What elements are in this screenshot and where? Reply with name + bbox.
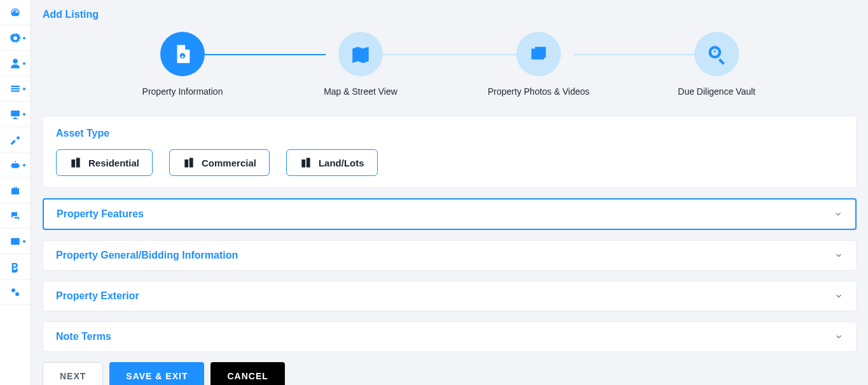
building-icon bbox=[69, 156, 82, 169]
accordion-title: Property General/Bidding Information bbox=[56, 250, 238, 261]
step-label: Property Information bbox=[142, 86, 223, 97]
sidebar-item-dashboard[interactable] bbox=[0, 0, 31, 25]
step-circle bbox=[160, 32, 205, 76]
gear-icon bbox=[10, 32, 21, 44]
sidebar-item-briefcase[interactable] bbox=[0, 178, 31, 203]
sidebar bbox=[0, 0, 31, 385]
robot-icon bbox=[10, 159, 21, 171]
map-icon bbox=[350, 43, 371, 65]
cancel-button[interactable]: CANCEL bbox=[210, 362, 284, 385]
accordion-title: Property Exterior bbox=[56, 290, 139, 302]
sidebar-item-blog[interactable] bbox=[0, 254, 31, 280]
sidebar-item-bot[interactable] bbox=[0, 152, 31, 178]
building-icon bbox=[300, 156, 312, 169]
search-gear-icon bbox=[706, 43, 727, 65]
step-due-diligence[interactable]: Due Diligence Vault bbox=[628, 32, 806, 97]
gauge-icon bbox=[10, 7, 21, 18]
accordion-property-features[interactable]: Property Features bbox=[43, 198, 857, 230]
asset-type-options: Residential Commercial Land/Lots bbox=[56, 149, 843, 176]
briefcase-icon bbox=[10, 185, 21, 196]
asset-type-commercial[interactable]: Commercial bbox=[169, 149, 270, 176]
footer-buttons: NEXT SAVE & EXIT CANCEL bbox=[43, 362, 857, 385]
asset-type-card: Asset Type Residential Commercial Land/L… bbox=[43, 116, 857, 188]
list-icon bbox=[10, 83, 21, 95]
step-photos-videos[interactable]: Property Photos & Videos bbox=[450, 32, 628, 97]
blog-icon bbox=[10, 261, 21, 273]
document-icon bbox=[172, 43, 193, 65]
asset-type-land-lots[interactable]: Land/Lots bbox=[286, 149, 378, 176]
asset-type-residential[interactable]: Residential bbox=[56, 149, 153, 176]
sidebar-item-settings[interactable] bbox=[0, 25, 31, 51]
hammer-icon bbox=[10, 134, 21, 145]
chevron-down-icon bbox=[834, 292, 843, 301]
sidebar-item-id[interactable] bbox=[0, 229, 31, 254]
user-icon bbox=[10, 58, 21, 69]
chat-icon bbox=[10, 210, 21, 222]
accordion-note-terms[interactable]: Note Terms bbox=[43, 321, 857, 352]
step-circle bbox=[516, 32, 561, 76]
stepper: Property Information Map & Street View P… bbox=[43, 32, 857, 97]
accordion-property-exterior[interactable]: Property Exterior bbox=[43, 281, 857, 311]
sidebar-item-list[interactable] bbox=[0, 76, 31, 102]
step-circle bbox=[338, 32, 383, 76]
asset-type-title: Asset Type bbox=[56, 128, 843, 139]
sidebar-item-advanced[interactable] bbox=[0, 280, 31, 305]
chevron-down-icon bbox=[834, 210, 843, 219]
step-map-street-view[interactable]: Map & Street View bbox=[272, 32, 450, 97]
step-label: Property Photos & Videos bbox=[488, 86, 589, 97]
asset-type-label: Land/Lots bbox=[319, 158, 364, 168]
accordion-bidding-info[interactable]: Property General/Bidding Information bbox=[43, 240, 857, 271]
sidebar-item-chat[interactable] bbox=[0, 203, 31, 229]
cogs-icon bbox=[10, 287, 21, 298]
save-exit-button[interactable]: SAVE & EXIT bbox=[109, 362, 204, 385]
monitor-icon bbox=[10, 109, 21, 120]
page-title: Add Listing bbox=[43, 9, 857, 20]
sidebar-item-users[interactable] bbox=[0, 51, 31, 76]
step-label: Map & Street View bbox=[324, 86, 397, 97]
building-icon bbox=[183, 156, 195, 169]
sidebar-item-tools[interactable] bbox=[0, 127, 31, 152]
chevron-down-icon bbox=[834, 332, 843, 341]
accordion-title: Property Features bbox=[57, 208, 144, 220]
next-button[interactable]: NEXT bbox=[43, 362, 103, 385]
asset-type-label: Residential bbox=[88, 158, 139, 168]
step-property-information[interactable]: Property Information bbox=[93, 32, 272, 97]
chevron-down-icon bbox=[834, 251, 843, 260]
step-label: Due Diligence Vault bbox=[678, 86, 755, 97]
id-card-icon bbox=[10, 236, 21, 247]
step-circle bbox=[694, 32, 739, 76]
sidebar-item-monitor[interactable] bbox=[0, 102, 31, 127]
main-content: Add Listing Property Information Map & S… bbox=[31, 0, 868, 385]
step-connector bbox=[370, 54, 529, 55]
photos-icon bbox=[528, 43, 549, 65]
asset-type-label: Commercial bbox=[202, 158, 256, 168]
accordion-title: Note Terms bbox=[56, 331, 111, 342]
